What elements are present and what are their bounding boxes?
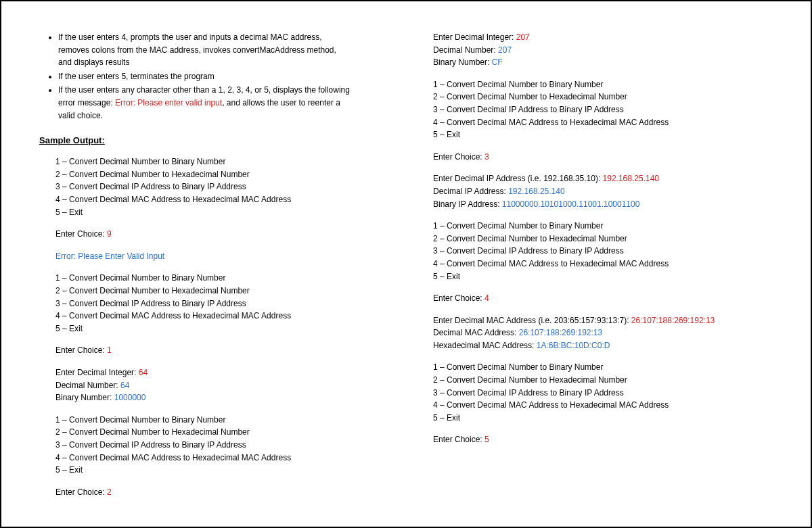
choice-block: Enter Choice: 3: [433, 151, 773, 164]
result-line: Binary IP Address: 11000000.10101000.110…: [433, 198, 773, 211]
choice-label: Enter Choice:: [433, 152, 484, 162]
result-line: Binary Number: 1000000: [55, 391, 379, 404]
label: Decimal Number:: [433, 45, 498, 55]
menu-line: 2 – Convert Decimal Number to Hexadecima…: [433, 233, 773, 245]
menu-line: 4 – Convert Decimal MAC Address to Hexad…: [55, 452, 379, 464]
choice-label: Enter Choice:: [55, 229, 107, 239]
bullet-text: and displays results: [58, 56, 379, 69]
error-text: Error: Please enter valid input: [115, 98, 222, 107]
bullet-text-pre: error message:: [58, 98, 115, 107]
label: Enter Decimal IP Address (i.e. 192.168.3…: [433, 174, 603, 183]
result-line: Binary Number: CF: [433, 56, 773, 69]
menu-block: 1 – Convert Decimal Number to Binary Num…: [39, 414, 379, 477]
result-block: Enter Decimal MAC Address (i.e. 203:65:1…: [433, 314, 773, 352]
result-line: Decimal MAC Address: 26:107:188:269:192:…: [433, 327, 773, 339]
error-block: Error: Please Enter Valid Input: [39, 250, 379, 263]
result-line: Decimal IP Address: 192.168.25.140: [433, 185, 773, 198]
bullet-text: If the user enters any character other t…: [58, 84, 379, 97]
menu-line: 4 – Convert Decimal MAC Address to Hexad…: [433, 258, 773, 270]
label: Decimal MAC Address:: [433, 328, 519, 337]
menu-line: 2 – Convert Decimal Number to Hexadecima…: [55, 426, 379, 439]
value: 207: [498, 45, 512, 55]
menu-line: 2 – Convert Decimal Number to Hexadecima…: [433, 374, 773, 387]
choice-block: Enter Choice: 1: [39, 344, 379, 357]
result-block: Enter Decimal Integer: 64 Decimal Number…: [39, 366, 379, 404]
menu-line: 5 – Exit: [433, 128, 773, 141]
menu-line: 4 – Convert Decimal MAC Address to Hexad…: [433, 399, 773, 412]
bullet-item: If the user enters any character other t…: [58, 84, 379, 122]
choice-block: Enter Choice: 9: [39, 228, 379, 241]
menu-line: 3 – Convert Decimal IP Address to Binary…: [55, 439, 379, 452]
label: Binary Number:: [55, 393, 114, 402]
menu-line: 5 – Exit: [55, 322, 379, 335]
choice-label: Enter Choice:: [433, 293, 484, 303]
label: Decimal IP Address:: [433, 187, 508, 196]
label: Enter Decimal MAC Address (i.e. 203:65:1…: [433, 316, 631, 325]
choice-block: Enter Choice: 2: [39, 486, 379, 499]
document-page: If the user enters 4, prompts the user a…: [0, 0, 812, 528]
value: 64: [120, 381, 129, 390]
label: Decimal Number:: [55, 381, 120, 390]
choice-value: 5: [484, 435, 489, 444]
choice-label: Enter Choice:: [433, 435, 484, 444]
result-line: Enter Decimal Integer: 207: [433, 31, 773, 44]
menu-block: 1 – Convert Decimal Number to Binary Num…: [433, 78, 773, 141]
menu-line: 1 – Convert Decimal Number to Binary Num…: [433, 220, 773, 233]
choice-value: 1: [107, 345, 112, 355]
value: 26:107:188:269:192:13: [631, 316, 715, 325]
instruction-bullets: If the user enters 4, prompts the user a…: [39, 31, 379, 122]
bullet-text: If the user enters 5, terminates the pro…: [58, 72, 215, 81]
result-line: Decimal Number: 64: [55, 379, 379, 392]
choice-block: Enter Choice: 4: [433, 292, 773, 305]
bullet-item: If the user enters 5, terminates the pro…: [58, 70, 379, 83]
menu-line: 5 – Exit: [433, 270, 773, 283]
bullet-text-post: , and allows the user to reenter a: [222, 98, 340, 107]
value: CF: [492, 57, 503, 67]
label: Enter Decimal Integer:: [433, 32, 516, 42]
value: 1A:6B:BC:10D:C0:D: [537, 341, 610, 350]
menu-line: 1 – Convert Decimal Number to Binary Num…: [433, 361, 773, 374]
menu-line: 4 – Convert Decimal MAC Address to Hexad…: [55, 193, 379, 206]
menu-block: 1 – Convert Decimal Number to Binary Num…: [39, 272, 379, 335]
menu-line: 4 – Convert Decimal MAC Address to Hexad…: [433, 116, 773, 129]
menu-block: 1 – Convert Decimal Number to Binary Num…: [433, 220, 773, 283]
menu-line: 3 – Convert Decimal IP Address to Binary…: [433, 103, 773, 116]
value: 64: [139, 368, 148, 377]
result-line: Hexadecimal MAC Address: 1A:6B:BC:10D:C0…: [433, 339, 773, 352]
label: Hexadecimal MAC Address:: [433, 341, 537, 350]
bullet-text: removes colons from the MAC address, inv…: [58, 44, 379, 57]
result-line: Enter Decimal MAC Address (i.e. 203:65:1…: [433, 314, 773, 327]
menu-line: 1 – Convert Decimal Number to Binary Num…: [55, 272, 379, 285]
value: 207: [516, 32, 530, 42]
choice-value: 4: [484, 293, 489, 303]
menu-line: 1 – Convert Decimal Number to Binary Num…: [433, 78, 773, 91]
label: Enter Decimal Integer:: [55, 368, 139, 377]
menu-line: 2 – Convert Decimal Number to Hexadecima…: [433, 91, 773, 103]
choice-value: 2: [107, 487, 112, 497]
menu-line: 5 – Exit: [55, 206, 379, 219]
menu-line: 5 – Exit: [433, 412, 773, 425]
choice-label: Enter Choice:: [55, 345, 107, 355]
menu-line: 3 – Convert Decimal IP Address to Binary…: [55, 297, 379, 310]
menu-line: 3 – Convert Decimal IP Address to Binary…: [433, 387, 773, 400]
menu-line: 3 – Convert Decimal IP Address to Binary…: [433, 245, 773, 258]
result-line: Decimal Number: 207: [433, 44, 773, 57]
menu-block: 1 – Convert Decimal Number to Binary Num…: [39, 155, 379, 218]
label: Binary Number:: [433, 57, 492, 67]
label: Binary IP Address:: [433, 199, 502, 209]
sample-output-heading: Sample Output:: [39, 134, 379, 147]
menu-line: 1 – Convert Decimal Number to Binary Num…: [55, 414, 379, 427]
left-column: If the user enters 4, prompts the user a…: [39, 31, 406, 513]
choice-label: Enter Choice:: [55, 487, 107, 497]
value: 192.168.25.140: [603, 174, 659, 183]
result-line: Enter Decimal Integer: 64: [55, 366, 379, 379]
value: 192.168.25.140: [508, 187, 564, 196]
choice-value: 9: [107, 229, 112, 239]
menu-line: 5 – Exit: [55, 464, 379, 477]
choice-value: 3: [484, 152, 489, 162]
bullet-item: If the user enters 4, prompts the user a…: [58, 31, 379, 69]
result-block: Enter Decimal IP Address (i.e. 192.168.3…: [433, 172, 773, 210]
result-line: Enter Decimal IP Address (i.e. 192.168.3…: [433, 172, 773, 185]
menu-block: 1 – Convert Decimal Number to Binary Num…: [433, 361, 773, 424]
right-column: Enter Decimal Integer: 207 Decimal Numbe…: [406, 31, 773, 513]
